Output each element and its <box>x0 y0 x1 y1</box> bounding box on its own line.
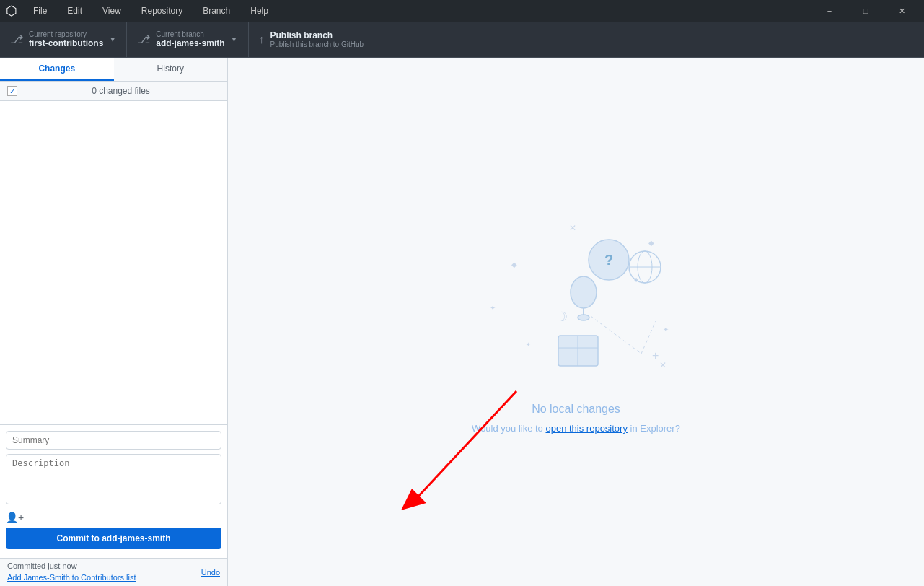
repo-label: Current repository first-contributions <box>29 30 103 48</box>
publish-section[interactable]: ↑ Publish branch Publish this branch to … <box>249 22 925 57</box>
status-bar: Committed just now Add James-Smith to Co… <box>0 558 227 586</box>
svg-text:✕: ✕ <box>569 223 576 233</box>
branch-chevron-icon: ▼ <box>231 35 238 43</box>
commit-desc-text: Add James-Smith to Contributors list <box>7 573 136 582</box>
file-list <box>0 101 227 424</box>
publish-icon: ↑ <box>259 33 265 46</box>
svg-text:✦: ✦ <box>526 341 531 348</box>
close-button[interactable]: ✕ <box>885 0 918 22</box>
empty-state: ✕ ◆ ◆ ◆ ✦ ✦ ✦ ✕ ? <box>472 209 680 434</box>
sidebar-tabs: Changes History <box>0 58 227 82</box>
publish-label: Publish branch Publish this branch to Gi… <box>270 30 915 48</box>
svg-text:+: + <box>652 349 659 362</box>
branch-label: Current branch add-james-smith <box>156 30 224 48</box>
svg-text:?: ? <box>604 252 613 268</box>
commit-button[interactable]: Commit to add-james-smith <box>6 528 221 549</box>
changed-files-count: 0 changed files <box>22 86 220 96</box>
svg-text:✦: ✦ <box>490 304 496 312</box>
github-logo-icon: ⬡ <box>6 3 17 19</box>
svg-point-15 <box>578 315 589 320</box>
menu-edit[interactable]: Edit <box>63 4 87 17</box>
repo-icon: ⎇ <box>10 32 23 46</box>
svg-text:✕: ✕ <box>659 360 666 370</box>
toolbar: ⎇ Current repository first-contributions… <box>0 22 924 58</box>
description-input[interactable] <box>6 454 221 504</box>
main-layout: Changes History ✓ 0 changed files 👤+ Com… <box>0 58 924 586</box>
committed-text: Committed just now <box>7 561 136 570</box>
current-branch-label: Current branch <box>156 30 224 38</box>
open-repo-link[interactable]: open this repository <box>545 423 627 434</box>
publish-title: Publish branch <box>270 30 915 40</box>
branch-name: add-james-smith <box>156 38 224 48</box>
titlebar: ⬡ File Edit View Repository Branch Help … <box>0 0 924 22</box>
menu-help[interactable]: Help <box>246 4 273 17</box>
empty-desc-after: in Explorer? <box>628 423 680 434</box>
svg-text:◆: ◆ <box>648 239 654 247</box>
select-all-checkbox[interactable]: ✓ <box>7 86 17 96</box>
commit-area: 👤+ Commit to add-james-smith <box>0 424 227 558</box>
branch-selector[interactable]: ⎇ Current branch add-james-smith ▼ <box>127 22 248 57</box>
publish-subtitle: Publish this branch to GitHub <box>270 40 915 48</box>
menu-file[interactable]: File <box>29 4 51 17</box>
svg-text:☽: ☽ <box>556 310 568 324</box>
summary-input[interactable] <box>6 431 221 450</box>
repo-name: first-contributions <box>29 38 103 48</box>
content-area: ✕ ◆ ◆ ◆ ✦ ✦ ✦ ✕ ? <box>228 58 924 586</box>
empty-state-description: Would you like to open this repository i… <box>472 421 680 434</box>
empty-illustration: ✕ ◆ ◆ ◆ ✦ ✦ ✦ ✕ ? <box>483 209 670 385</box>
status-info: Committed just now Add James-Smith to Co… <box>7 561 136 583</box>
current-repo-label: Current repository <box>29 30 103 38</box>
menu-repository[interactable]: Repository <box>137 4 187 17</box>
tab-history[interactable]: History <box>114 58 228 81</box>
titlebar-left: ⬡ File Edit View Repository Branch Help <box>6 3 273 19</box>
svg-text:◆: ◆ <box>511 261 517 268</box>
minimize-button[interactable]: − <box>813 0 846 22</box>
svg-text:✦: ✦ <box>663 325 669 333</box>
menu-branch[interactable]: Branch <box>198 4 234 17</box>
menu-view[interactable]: View <box>98 4 126 17</box>
svg-marker-24 <box>401 489 426 510</box>
undo-button[interactable]: Undo <box>201 568 220 577</box>
svg-point-13 <box>571 276 597 308</box>
branch-icon: ⎇ <box>137 32 150 46</box>
window-controls: − □ ✕ <box>813 0 918 22</box>
maximize-button[interactable]: □ <box>849 0 882 22</box>
sidebar: Changes History ✓ 0 changed files 👤+ Com… <box>0 58 228 586</box>
repo-selector[interactable]: ⎇ Current repository first-contributions… <box>0 22 127 57</box>
coauthor-icon[interactable]: 👤+ <box>6 512 24 523</box>
empty-state-title: No local changes <box>532 403 620 416</box>
commit-description: Add James-Smith to Contributors list <box>7 570 136 583</box>
tab-changes[interactable]: Changes <box>0 58 114 81</box>
empty-desc-before: Would you like to <box>472 423 545 434</box>
repo-chevron-icon: ▼ <box>109 35 116 43</box>
commit-actions: 👤+ <box>6 512 221 523</box>
changed-files-bar: ✓ 0 changed files <box>0 82 227 101</box>
